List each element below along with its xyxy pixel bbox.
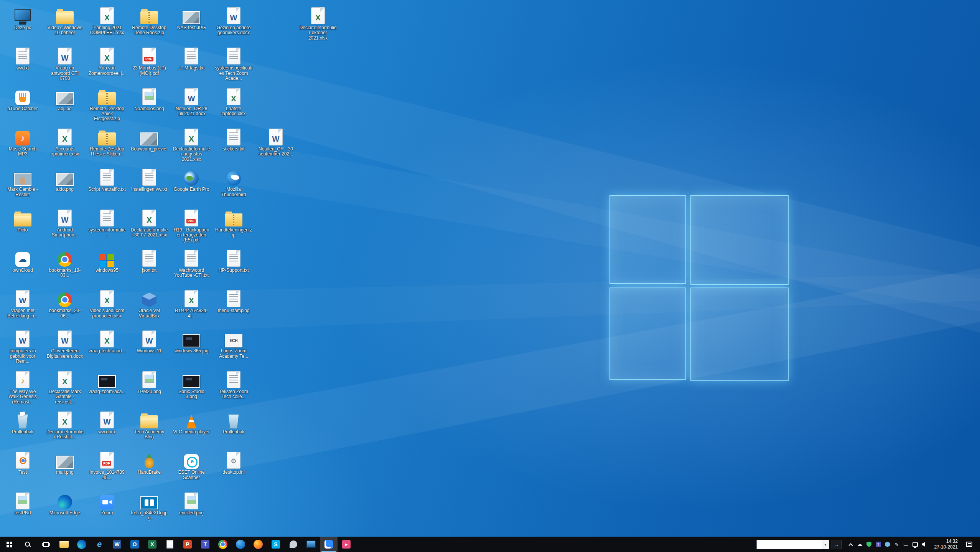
desktop-icon[interactable]: Prullenbak <box>3 409 42 435</box>
desktop-icon[interactable]: The Way We Walk Genesis (Remast... <box>3 369 42 405</box>
desktop-icon[interactable]: ww.txt <box>3 45 42 71</box>
taskbar-thunderbird[interactable] <box>232 537 249 552</box>
address-input[interactable] <box>757 540 822 549</box>
desktop-icon[interactable]: Declaratieformulier oktober 2021.xlsx <box>298 5 338 41</box>
desktop-icon[interactable]: ownCloud <box>3 248 42 273</box>
desktop-icon[interactable]: menu-stamping <box>214 288 253 313</box>
desktop-icon[interactable]: Microsoft Edge <box>45 490 84 516</box>
taskbar-chrome[interactable] <box>214 537 232 552</box>
desktop-icon[interactable]: Windows 11 <box>130 328 169 354</box>
tray-network[interactable] <box>911 537 920 552</box>
tray-usb[interactable] <box>901 537 911 552</box>
tray-security[interactable] <box>865 537 874 552</box>
desktop-icon[interactable]: Laatste laptops.xlsx <box>214 86 253 117</box>
desktop-icon[interactable]: abj.jpg <box>45 86 84 111</box>
action-center-button[interactable] <box>962 537 977 552</box>
desktop-icon[interactable]: encilled.png <box>172 490 211 516</box>
desktop-icon[interactable]: Wachtwoord YouTube -CTI.txt <box>172 248 211 278</box>
desktop-icon[interactable]: Naamloos.png <box>130 86 169 111</box>
taskbar-file-explorer[interactable] <box>55 537 73 552</box>
desktop-icon[interactable]: Notulen_OR 29 juli 2021.docx <box>172 86 211 117</box>
desktop-icon[interactable]: HandBrake <box>130 450 169 475</box>
desktop-icon[interactable]: B1f44476-c82a-4f... <box>172 288 211 319</box>
desktop-icon[interactable]: Rab van Zomervoordeel j... <box>87 45 127 76</box>
desktop-icon[interactable]: Declaratieformulier augustus 2021.xlsx <box>172 126 211 162</box>
desktop-icon[interactable]: bookmarks_23-06... <box>45 288 84 319</box>
taskbar-teams[interactable] <box>196 537 214 552</box>
desktop-icon[interactable]: HP-Support.txt <box>214 248 253 273</box>
tray-pen[interactable] <box>892 537 901 552</box>
taskbar-word[interactable] <box>108 537 126 552</box>
show-desktop-button[interactable] <box>977 537 980 552</box>
desktop-icon[interactable]: Remote Desktop Theske Slijken... <box>87 126 127 157</box>
desktop-icon[interactable]: H19 - Backuppen en terugzetten (E5).pdf <box>172 207 211 243</box>
desktop-icon[interactable]: Cloverelteren Digitaliseren.docx <box>45 328 84 359</box>
desktop-icon[interactable]: Notulen_OR - 30 september 202... <box>256 126 295 157</box>
desktop-icon[interactable]: Deze pc <box>3 5 42 30</box>
desktop-icon[interactable]: UTM-tags.txt <box>172 45 211 71</box>
taskbar-internet-explorer[interactable] <box>91 537 108 552</box>
desktop-icon[interactable]: Mark Gamble - Reshift <box>3 167 42 197</box>
desktop-icon[interactable]: TPM20.png <box>130 369 169 394</box>
desktop-icon[interactable]: Zoom <box>87 490 127 516</box>
desktop-icon[interactable]: Android Smartphon... <box>45 207 84 238</box>
desktop-icon[interactable]: Vraag en antwoord CTI 0708 <box>45 45 84 81</box>
desktop-icon[interactable]: Video's Jodi.com producten.xlsx <box>87 288 127 319</box>
desktop-icon[interactable]: Accounts opruimen.xlsx <box>45 126 84 157</box>
desktop-icon[interactable]: Bouwcam_previe... <box>130 126 169 157</box>
desktop-icon[interactable]: Gezin en andere gebruikers.docx <box>214 5 253 36</box>
taskbar-outlook[interactable] <box>126 537 143 552</box>
desktop-icon[interactable]: systeemspecificaties Tech Zoom Acade... <box>214 45 253 81</box>
desktop-icon[interactable]: trello_p84eXDg.jpg <box>130 490 169 521</box>
tray-virtualbox[interactable] <box>883 537 892 552</box>
desktop-icon[interactable]: instellingen vw.txt <box>130 167 169 192</box>
search-button[interactable] <box>18 537 37 552</box>
desktop-icon[interactable]: Script Nettraffic.txt <box>87 167 127 192</box>
desktop-icon[interactable]: Declaratieformulier 30-07-2021.xlsx <box>130 207 169 238</box>
desktop-icon[interactable]: 23 Manibus (JP) (MOI).pdf <box>130 45 169 76</box>
desktop-icon[interactable]: Oracle VM VirtualBox <box>130 288 169 319</box>
desktop-icon[interactable]: Music Search MP3 <box>3 126 42 157</box>
tray-volume[interactable] <box>920 537 929 552</box>
taskbar-powerpoint[interactable] <box>179 537 196 552</box>
taskbar-firefox[interactable] <box>249 537 267 552</box>
address-go-button[interactable]: → <box>832 540 842 549</box>
desktop-icon[interactable]: desktop.ini <box>214 450 253 475</box>
task-view-button[interactable] <box>37 537 55 552</box>
desktop-icon[interactable]: Planning 2021 COMPLEET.xlsx <box>87 5 127 36</box>
desktop-icon[interactable]: Declaratie Mark Gamble - reiskost... <box>45 369 84 405</box>
desktop-icon[interactable]: Prullenbak <box>214 409 253 435</box>
desktop-icon[interactable]: bookmarks_18-03... <box>45 248 84 278</box>
desktop-icon[interactable]: json.txt <box>130 248 169 273</box>
desktop-icon[interactable]: aTube Catcher <box>3 86 42 111</box>
desktop-icon[interactable]: Invoice_101473945... <box>87 450 127 480</box>
taskbar-edge[interactable] <box>73 537 91 552</box>
desktop-icon[interactable]: Mozilla Thunderbird <box>214 167 253 197</box>
desktop-icon[interactable]: Remote Desktop Irene Roos.zip <box>130 5 169 36</box>
desktop-icon[interactable]: Logos Zoom Academy Te... <box>214 328 253 359</box>
tray-teams-tray[interactable] <box>874 537 883 552</box>
taskbar-remote-desktop[interactable] <box>302 537 320 552</box>
desktop-icon[interactable]: Picto <box>3 207 42 233</box>
desktop-icon[interactable]: testPNd <box>3 490 42 516</box>
desktop[interactable]: Deze pc Video's Windows 10 beheer Planni… <box>0 0 980 537</box>
desktop-icon[interactable]: Teksten Zoom Tech colle... <box>214 369 253 400</box>
desktop-icon[interactable]: windows 865.jpg <box>172 328 211 354</box>
taskbar-excel[interactable] <box>143 537 161 552</box>
desktop-icon[interactable]: vraag-zoom-aca... <box>87 369 127 394</box>
taskbar-zoom[interactable] <box>320 537 338 552</box>
desktop-icon[interactable]: Video's Windows 10 beheer <box>45 5 84 36</box>
desktop-icon[interactable]: systeeminformatie... <box>87 207 127 238</box>
desktop-icon[interactable]: Vragen met Betrekking in... <box>3 288 42 319</box>
desktop-icon[interactable]: ww.docx <box>87 409 127 435</box>
taskbar-skype[interactable] <box>267 537 285 552</box>
desktop-icon[interactable]: Test <box>3 450 42 475</box>
taskbar-notepad[interactable] <box>161 537 179 552</box>
desktop-icon[interactable]: Google Earth Pro <box>172 167 211 192</box>
tray-chevron-up[interactable] <box>846 537 855 552</box>
taskbar-clock[interactable]: 14:32 27-10-2021 <box>931 537 962 552</box>
desktop-icon[interactable]: Handtekeningen.zip <box>214 207 253 238</box>
start-button[interactable] <box>0 537 18 552</box>
desktop-icon[interactable]: NAS-test.JPG <box>172 5 211 30</box>
desktop-icon[interactable]: ESET Online Scanner <box>172 450 211 480</box>
